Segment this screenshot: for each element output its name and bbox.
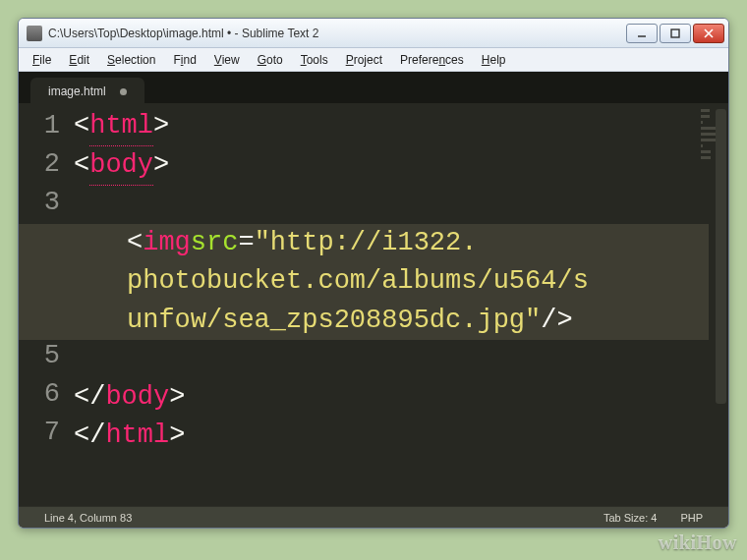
app-icon [27,26,42,41]
status-tabsize[interactable]: Tab Size: 4 [592,512,668,524]
maximize-button[interactable] [660,24,691,43]
menu-view[interactable]: View [206,51,248,69]
code-line-7: </html> [74,417,709,455]
tab-imagehtml[interactable]: image.html [30,78,144,103]
menu-help[interactable]: Help [474,51,514,69]
svg-rect-1 [671,29,679,37]
app-window: C:\Users\Top\Desktop\image.html • - Subl… [18,18,729,529]
menu-preferences[interactable]: Preferences [392,51,472,69]
tabbar: image.html [19,72,728,103]
titlebar[interactable]: C:\Users\Top\Desktop\image.html • - Subl… [19,19,728,48]
menu-find[interactable]: Find [165,51,203,69]
menu-edit[interactable]: Edit [61,51,97,69]
code-line-6: </body> [74,378,709,417]
code-area[interactable]: 1 2 3 4 5 6 7 <html> <body> <img src="ht… [19,103,728,506]
tab-label: image.html [48,84,106,98]
unsaved-dot-icon [120,88,127,95]
menu-tools[interactable]: Tools [293,51,336,69]
status-position[interactable]: Line 4, Column 83 [32,512,144,524]
menu-project[interactable]: Project [338,51,390,69]
editor: image.html 1 2 3 4 5 6 7 <html> <body> [19,72,728,528]
scrollbar[interactable] [716,109,726,404]
menu-goto[interactable]: Goto [250,51,291,69]
menubar: File Edit Selection Find View Goto Tools… [19,48,728,72]
window-controls [626,24,724,43]
statusbar: Line 4, Column 83 Tab Size: 4 PHP [19,506,728,528]
code-line-3 [74,186,709,224]
menu-selection[interactable]: Selection [99,51,163,69]
code-line-2: <body> [74,146,709,186]
close-button[interactable] [693,24,724,43]
code-text[interactable]: <html> <body> <img src="http://i1322. ph… [74,107,728,506]
menu-file[interactable]: File [25,51,59,69]
status-syntax[interactable]: PHP [668,512,715,524]
window-title: C:\Users\Top\Desktop\image.html • - Subl… [48,27,626,40]
minimize-button[interactable] [626,24,658,43]
watermark: wikiHow [659,532,737,554]
code-line-4: <img src="http://i1322. photobucket.com/… [19,224,709,339]
code-line-1: <html> [74,107,709,146]
code-line-5 [74,340,709,378]
